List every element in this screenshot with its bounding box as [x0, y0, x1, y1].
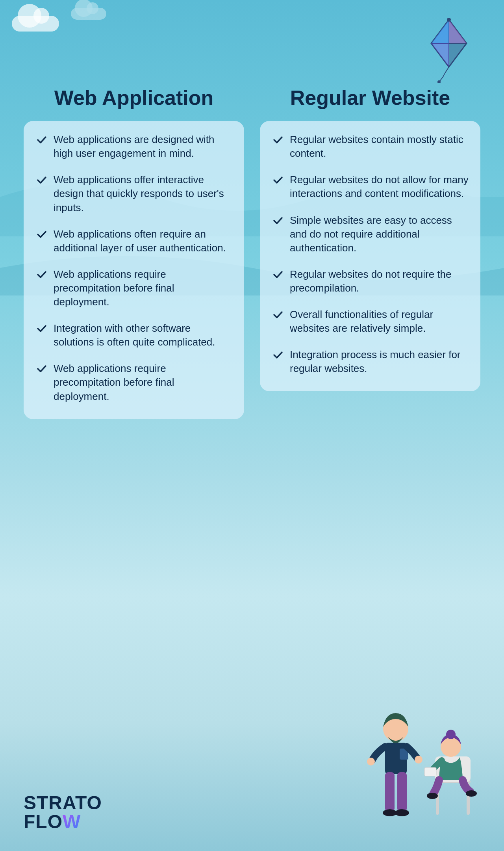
checkmark-icon: [272, 268, 284, 281]
list-item: Integration with other software solution…: [35, 321, 232, 349]
item-text: Overall functionalities of regular websi…: [290, 308, 469, 335]
list-item: Web applications are designed with high …: [35, 133, 232, 160]
checkmark-icon: [35, 134, 48, 146]
checkmark-icon: [272, 214, 284, 227]
checkmark-icon: [35, 228, 48, 241]
svg-rect-9: [385, 772, 395, 812]
list-item: Simple websites are easy to access and d…: [272, 214, 469, 255]
svg-rect-23: [424, 767, 436, 776]
list-item: Regular websites do not require the prec…: [272, 268, 469, 295]
logo-line1: STRATO: [24, 792, 102, 813]
logo-container: STRATO FLOW: [24, 793, 102, 831]
headers-row: Web Application Regular Website: [24, 87, 480, 109]
regular-website-header: Regular Website: [260, 87, 480, 109]
item-text: Integration with other software solution…: [54, 321, 232, 349]
regular-website-card: Regular websites contain mostly static c…: [260, 121, 480, 391]
list-item: Web applications offer interactive desig…: [35, 173, 232, 214]
item-text: Web applications are designed with high …: [54, 133, 232, 160]
list-item: Web applications require precompitation …: [35, 268, 232, 309]
list-item: Integration process is much easier for r…: [272, 348, 469, 375]
list-item: Web applications require precompitation …: [35, 362, 232, 403]
checkmark-icon: [35, 268, 48, 281]
svg-rect-10: [397, 772, 407, 812]
checkmark-icon: [35, 174, 48, 186]
item-text: Web applications often require an additi…: [54, 227, 232, 255]
checkmark-icon: [272, 174, 284, 186]
item-text: Web applications offer interactive desig…: [54, 173, 232, 214]
main-content: Web Application Regular Website Web appl…: [0, 0, 504, 451]
checkmark-icon: [35, 362, 48, 375]
item-text: Web applications require precompitation …: [54, 362, 232, 403]
regular-website-title: Regular Website: [260, 87, 480, 109]
logo-line2-normal: FLO: [24, 811, 63, 832]
svg-point-20: [427, 793, 438, 799]
svg-point-7: [367, 758, 375, 766]
web-app-card: Web applications are designed with high …: [24, 121, 244, 419]
item-text: Simple websites are easy to access and d…: [290, 214, 469, 255]
checkmark-icon: [35, 322, 48, 335]
svg-point-11: [383, 809, 397, 816]
web-app-header: Web Application: [24, 87, 244, 109]
svg-point-12: [395, 809, 409, 816]
checkmark-icon: [272, 308, 284, 321]
svg-point-8: [415, 756, 422, 764]
item-text: Regular websites do not allow for many i…: [290, 173, 469, 201]
list-item: Web applications often require an additi…: [35, 227, 232, 255]
web-app-title: Web Application: [24, 87, 244, 109]
item-text: Regular websites contain mostly static c…: [290, 133, 469, 160]
list-item: Regular websites contain mostly static c…: [272, 133, 469, 160]
list-item: Overall functionalities of regular websi…: [272, 308, 469, 335]
checkmark-icon: [272, 134, 284, 146]
cards-row: Web applications are designed with high …: [24, 121, 480, 419]
item-text: Regular websites do not require the prec…: [290, 268, 469, 295]
item-text: Integration process is much easier for r…: [290, 348, 469, 375]
logo-text: STRATO FLOW: [24, 793, 102, 831]
svg-point-21: [466, 790, 477, 797]
item-text: Web applications require precompitation …: [54, 268, 232, 309]
logo-line2-highlight: W: [63, 811, 81, 832]
people-illustration: [335, 701, 484, 827]
svg-point-19: [446, 730, 456, 739]
list-item: Regular websites do not allow for many i…: [272, 173, 469, 201]
checkmark-icon: [272, 349, 284, 361]
